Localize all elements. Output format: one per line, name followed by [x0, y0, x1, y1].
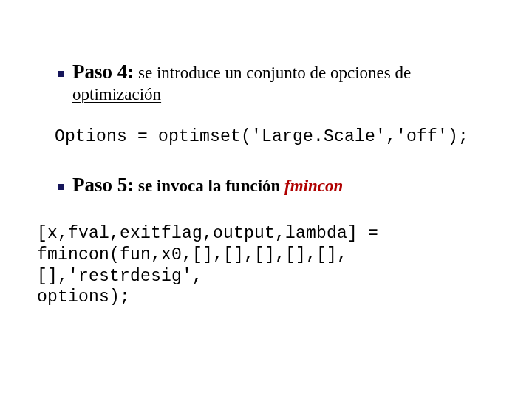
- step4-heading: Paso 4: se introduce un conjunto de opci…: [72, 61, 488, 83]
- function-name: fmincon: [284, 177, 343, 195]
- code-line: options);: [37, 287, 510, 308]
- step4-text-line2: optimización: [72, 85, 161, 103]
- slide: Paso 4: se introduce un conjunto de opci…: [0, 0, 532, 399]
- step4-heading-line2: optimización: [72, 85, 488, 104]
- code-line: Options = optimset('Large.Scale','off');: [55, 127, 468, 146]
- step4-text: se introduce un conjunto de opciones de: [134, 64, 411, 82]
- bullet-icon: [58, 184, 64, 190]
- code-line: [x,fval,exitflag,output,lambda] =: [37, 223, 510, 245]
- code-snippet-1: Options = optimset('Large.Scale','off');: [55, 127, 495, 146]
- step4-label: Paso 4:: [72, 61, 134, 83]
- step5-text-prefix: se invoca la función: [134, 177, 284, 195]
- bullet-icon: [58, 71, 64, 77]
- code-snippet-2: [x,fval,exitflag,output,lambda] = fminco…: [37, 223, 510, 308]
- step5-label: Paso 5:: [72, 174, 134, 196]
- code-line: fmincon(fun,x0,[],[],[],[],[],[],'restrd…: [37, 245, 510, 287]
- step5-heading: Paso 5: se invoca la función fmincon: [72, 174, 488, 197]
